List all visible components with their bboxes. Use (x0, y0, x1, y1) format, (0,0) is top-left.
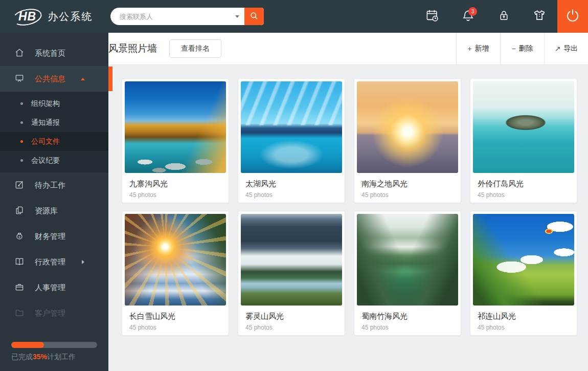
card-title: 蜀南竹海风光 (361, 312, 454, 321)
sidebar-item-label: 行政管理 (35, 257, 65, 267)
card-count: 45 photos (245, 191, 337, 199)
bullet-icon (20, 102, 23, 105)
photo-image (473, 81, 574, 173)
card-count: 45 photos (245, 324, 337, 331)
logout-button[interactable] (557, 0, 588, 33)
card-title: 太湖风光 (245, 179, 337, 189)
card-count: 45 photos (129, 324, 221, 331)
sidebar-item-label: 财务管理 (35, 232, 65, 242)
money-bag-icon: $ (14, 231, 25, 243)
screen-icon (14, 73, 25, 85)
card-count: 45 photos (478, 324, 570, 331)
sidebar-item-hr[interactable]: 人事管理 (0, 275, 108, 300)
photo-image (241, 81, 342, 173)
sidebar-item-resources[interactable]: 资源库 (0, 198, 108, 224)
sidebar-item-label: 人事管理 (35, 283, 65, 293)
sidebar-item-notices[interactable]: 通知通报 (0, 113, 108, 132)
sidebar-item-label: 客户管理 (35, 309, 65, 318)
add-button[interactable]: + 新增 (456, 33, 500, 64)
chevron-right-icon (82, 260, 84, 264)
photo-card[interactable]: 外伶仃岛风光 45 photos (470, 78, 577, 203)
progress-bar (11, 342, 97, 348)
card-title: 九寨沟风光 (129, 179, 221, 189)
chevron-down-icon[interactable] (235, 15, 239, 18)
card-count: 45 photos (361, 191, 454, 199)
minus-icon: − (511, 45, 515, 53)
photo-image (125, 81, 226, 173)
search-button[interactable] (244, 8, 264, 25)
sidebar-item-label: 会议纪要 (31, 156, 60, 165)
shirt-icon (532, 8, 547, 25)
bullet-icon (20, 121, 23, 124)
sidebar-item-label: 资源库 (35, 206, 58, 216)
sidebar-menu: 系统首页 公共信息 组织架构 通知通报 (0, 33, 108, 326)
photo-image (125, 214, 226, 305)
sidebar-item-admin[interactable]: 行政管理 (0, 249, 108, 275)
bullet-icon (20, 159, 23, 162)
sidebar-item-label: 系统首页 (35, 49, 65, 58)
export-button[interactable]: ↗ 导出 (544, 33, 588, 64)
sidebar-item-home[interactable]: 系统首页 (0, 40, 108, 66)
sidebar-item-finance[interactable]: $ 财务管理 (0, 224, 108, 249)
photo-image (357, 81, 458, 173)
chevron-up-icon (81, 78, 85, 80)
lock-icon (497, 9, 510, 24)
view-ranking-button[interactable]: 查看排名 (169, 39, 221, 58)
export-arrow-icon: ↗ (555, 45, 561, 53)
book-icon (14, 256, 25, 268)
app-title: 办公系统 (48, 10, 93, 24)
photo-card[interactable]: 长白雪山风光 45 photos (122, 211, 229, 336)
power-icon (565, 8, 580, 25)
search-input[interactable] (110, 8, 235, 25)
sidebar-item-company-files[interactable]: 公司文件 (0, 132, 108, 151)
photo-card[interactable]: 雾灵山风光 45 photos (238, 211, 345, 336)
photo-card[interactable]: 蜀南竹海风光 45 photos (354, 211, 461, 336)
sidebar-item-label: 待办工作 (35, 181, 65, 190)
sidebar-item-public-info[interactable]: 公共信息 (0, 66, 108, 92)
sidebar: 系统首页 公共信息 组织架构 通知通报 (0, 33, 108, 371)
bullet-icon (20, 140, 23, 143)
notifications-button[interactable]: 3 (450, 0, 486, 33)
plus-icon: + (467, 45, 471, 53)
sidebar-item-org[interactable]: 组织架构 (0, 94, 108, 113)
card-count: 45 photos (129, 191, 221, 199)
edit-icon (14, 180, 25, 191)
briefcase-icon (14, 282, 25, 294)
header-actions: + 新增 − 删除 ↗ 导出 (456, 33, 588, 64)
card-title: 长白雪山风光 (129, 312, 221, 321)
sidebar-item-customers[interactable]: 客户管理 (0, 300, 108, 326)
sidebar-item-label: 公司文件 (31, 137, 60, 146)
brand-logo[interactable]: HB 办公系统 (0, 9, 108, 25)
photo-card[interactable]: 祁连山风光 45 photos (470, 211, 577, 336)
photo-card[interactable]: 太湖风光 45 photos (238, 78, 345, 203)
main-content: 风景照片墙 查看排名 + 新增 − 删除 ↗ 导出 九寨沟风光 (108, 33, 588, 371)
active-menu-indicator (108, 67, 112, 91)
sidebar-item-label: 公共信息 (35, 74, 65, 84)
calendar-button[interactable] (414, 0, 450, 33)
card-title: 南海之地风光 (361, 179, 454, 189)
home-icon (14, 48, 25, 59)
progress-fill (11, 342, 44, 348)
copy-icon (14, 205, 25, 217)
search-icon (249, 11, 259, 23)
photo-card[interactable]: 南海之地风光 45 photos (354, 78, 461, 203)
theme-button[interactable] (522, 0, 557, 33)
lock-button[interactable] (486, 0, 522, 33)
delete-button[interactable]: − 删除 (500, 33, 544, 64)
photo-image (241, 214, 342, 305)
page-title: 风景照片墙 (108, 42, 157, 55)
photo-image (473, 214, 574, 305)
sidebar-item-label: 组织架构 (31, 99, 60, 108)
sidebar-submenu: 组织架构 通知通报 公司文件 会议纪要 (0, 92, 108, 172)
photo-card[interactable]: 九寨沟风光 45 photos (122, 78, 229, 203)
sidebar-item-todo[interactable]: 待办工作 (0, 172, 108, 198)
contact-search (110, 8, 264, 25)
svg-text:$: $ (18, 234, 20, 238)
card-title: 雾灵山风光 (245, 312, 337, 321)
card-title: 外伶仃岛风光 (478, 179, 570, 189)
progress-percent: 35% (33, 353, 47, 361)
progress-label: 已完成35%计划工作 (11, 353, 97, 362)
calendar-icon (425, 9, 439, 25)
app-window: HB 办公系统 (0, 0, 588, 371)
sidebar-item-meeting-minutes[interactable]: 会议纪要 (0, 151, 108, 170)
